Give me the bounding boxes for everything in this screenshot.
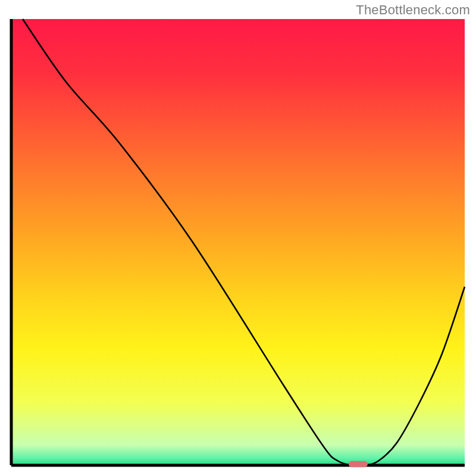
- plot-gradient-background: [11, 19, 465, 465]
- chart-container: { "watermark": "TheBottleneck.com", "cha…: [0, 0, 476, 476]
- bottleneck-chart: [0, 0, 476, 476]
- optimal-marker: [349, 461, 368, 468]
